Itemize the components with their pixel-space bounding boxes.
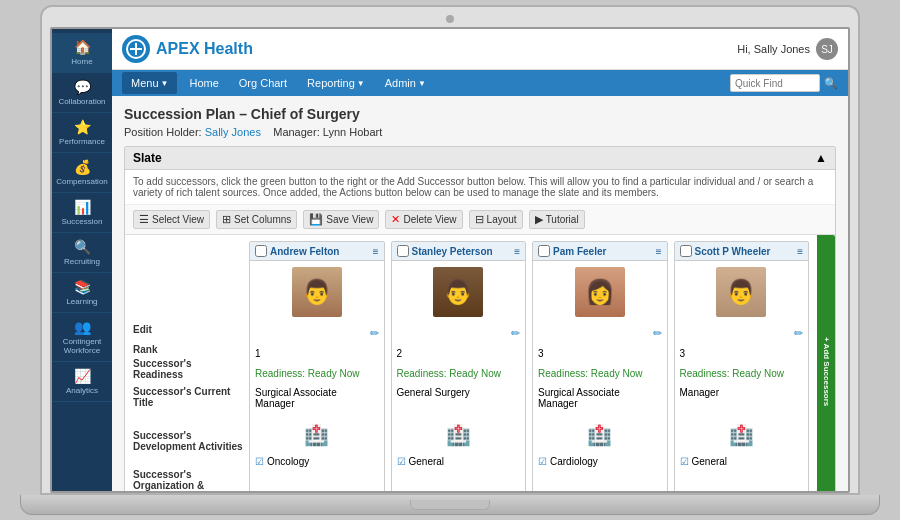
candidate-col-1: Stanley Peterson ≡ 👨 ✏ 2 Readiness: Read… xyxy=(391,241,527,491)
edit-icon-0[interactable]: ✏ xyxy=(370,327,379,340)
readiness-value-0: Readiness: Ready Now xyxy=(255,368,360,379)
row-label-org: Successor's Organization & Hierarchy xyxy=(133,469,243,492)
sidebar-item-compensation[interactable]: 💰 Compensation xyxy=(52,153,112,193)
row-label-rank: Rank xyxy=(133,344,157,355)
tutorial-label: Tutorial xyxy=(546,214,579,225)
candidate-options-icon-2[interactable]: ≡ xyxy=(656,246,662,257)
delete-view-button[interactable]: ✕ Delete View xyxy=(385,210,462,229)
select-view-icon: ☰ xyxy=(139,213,149,226)
candidate-checkbox-1[interactable] xyxy=(397,245,409,257)
compensation-icon: 💰 xyxy=(74,159,91,175)
candidate-options-icon-0[interactable]: ≡ xyxy=(373,246,379,257)
delete-view-icon: ✕ xyxy=(391,213,400,226)
main-content: APEX Health Hi, Sally Jones SJ Menu ▼ xyxy=(112,29,848,491)
sidebar-label-home: Home xyxy=(71,57,92,66)
rank-value-0: 1 xyxy=(255,348,261,359)
org-check-icon-0: ☑ xyxy=(255,456,264,467)
candidate-edit-1: ✏ xyxy=(392,323,526,343)
manager-label: Manager: xyxy=(273,126,319,138)
candidate-org-0: ☑ Oncology xyxy=(250,451,384,471)
candidate-options-icon-3[interactable]: ≡ xyxy=(797,246,803,257)
row-label-devact: Successor's Development Activities xyxy=(133,430,243,452)
sidebar-item-learning[interactable]: 📚 Learning xyxy=(52,273,112,313)
candidate-name-2: Pam Feeler xyxy=(550,246,656,257)
nav-orgchart[interactable]: Org Chart xyxy=(231,73,295,93)
layout-button[interactable]: ⊟ Layout xyxy=(469,210,523,229)
rank-value-1: 2 xyxy=(397,348,403,359)
candidate-options-icon-1[interactable]: ≡ xyxy=(514,246,520,257)
candidate-readiness-2: Readiness: Ready Now xyxy=(533,363,667,383)
candidate-devact-3: 🏥 xyxy=(675,419,809,451)
candidate-rank-2: 3 xyxy=(533,343,667,363)
recruiting-icon: 🔍 xyxy=(74,239,91,255)
position-holder-link[interactable]: Sally Jones xyxy=(205,126,261,138)
candidate-title-1: General Surgery xyxy=(392,383,526,419)
performance-icon: ⭐ xyxy=(74,119,91,135)
sidebar-item-performance[interactable]: ⭐ Performance xyxy=(52,113,112,153)
candidate-title-0: Surgical Associate Manager xyxy=(250,383,384,419)
menu-caret-icon: ▼ xyxy=(161,79,169,88)
menu-button[interactable]: Menu ▼ xyxy=(122,72,177,94)
title-value-3: Manager xyxy=(680,387,719,398)
nav-home[interactable]: Home xyxy=(181,73,226,93)
readiness-value-3: Readiness: Ready Now xyxy=(680,368,785,379)
candidate-photo-1: 👨 xyxy=(392,261,526,323)
contingent-icon: 👥 xyxy=(74,319,91,335)
laptop-base xyxy=(20,495,880,515)
save-view-button[interactable]: 💾 Save View xyxy=(303,210,379,229)
row-label-edit: Edit xyxy=(133,324,152,335)
candidate-checkbox-3[interactable] xyxy=(680,245,692,257)
sidebar-item-home[interactable]: 🏠 Home xyxy=(52,33,112,73)
candidate-readiness-3: Readiness: Ready Now xyxy=(675,363,809,383)
select-view-button[interactable]: ☰ Select View xyxy=(133,210,210,229)
candidate-org-3: ☑ General xyxy=(675,451,809,471)
laptop-camera xyxy=(446,15,454,23)
select-view-label: Select View xyxy=(152,214,204,225)
delete-view-label: Delete View xyxy=(403,214,456,225)
candidates-area: Andrew Felton ≡ 👨 ✏ 1 Readiness: Ready N… xyxy=(249,241,809,491)
row-label-title: Successor's Current Title xyxy=(133,386,243,408)
readiness-value-2: Readiness: Ready Now xyxy=(538,368,643,379)
add-successors-button[interactable]: + Add Successors xyxy=(817,235,835,491)
save-view-label: Save View xyxy=(326,214,373,225)
candidate-checkbox-0[interactable] xyxy=(255,245,267,257)
collaboration-icon: 💬 xyxy=(74,79,91,95)
quick-find-input[interactable] xyxy=(730,74,820,92)
org-value-1: General xyxy=(409,456,445,467)
sidebar-item-recruiting[interactable]: 🔍 Recruiting xyxy=(52,233,112,273)
search-icon[interactable]: 🔍 xyxy=(824,77,838,90)
candidate-name-1: Stanley Peterson xyxy=(409,246,515,257)
sidebar-item-contingent[interactable]: 👥 Contingent Workforce xyxy=(52,313,112,362)
sidebar-label-contingent: Contingent Workforce xyxy=(54,337,110,355)
set-columns-icon: ⊞ xyxy=(222,213,231,226)
sidebar-label-learning: Learning xyxy=(66,297,97,306)
candidate-edit-0: ✏ xyxy=(250,323,384,343)
sidebar-label-compensation: Compensation xyxy=(56,177,108,186)
edit-icon-2[interactable]: ✏ xyxy=(653,327,662,340)
menu-label: Menu xyxy=(131,77,159,89)
candidate-name-0: Andrew Felton xyxy=(267,246,373,257)
candidate-readiness-0: Readiness: Ready Now xyxy=(250,363,384,383)
candidate-checkbox-2[interactable] xyxy=(538,245,550,257)
org-check-icon-3: ☑ xyxy=(680,456,689,467)
edit-icon-3[interactable]: ✏ xyxy=(794,327,803,340)
sidebar-item-analytics[interactable]: 📈 Analytics xyxy=(52,362,112,402)
set-columns-button[interactable]: ⊞ Set Columns xyxy=(216,210,297,229)
home-icon: 🏠 xyxy=(74,39,91,55)
logo-icon xyxy=(122,35,150,63)
user-greeting: Hi, Sally Jones xyxy=(737,43,810,55)
sidebar-label-recruiting: Recruiting xyxy=(64,257,100,266)
edit-icon-1[interactable]: ✏ xyxy=(511,327,520,340)
tutorial-button[interactable]: ▶ Tutorial xyxy=(529,210,585,229)
candidate-photo-3: 👨 xyxy=(675,261,809,323)
org-value-2: Cardiology xyxy=(550,456,598,467)
sidebar-item-collaboration[interactable]: 💬 Collaboration xyxy=(52,73,112,113)
nav-reporting[interactable]: Reporting ▼ xyxy=(299,73,373,93)
title-value-0: Surgical Associate Manager xyxy=(255,387,379,409)
collapse-icon[interactable]: ▲ xyxy=(815,151,827,165)
laptop-notch xyxy=(410,500,490,510)
nav-admin[interactable]: Admin ▼ xyxy=(377,73,434,93)
sidebar-item-succession[interactable]: 📊 Succession xyxy=(52,193,112,233)
row-label-readiness: Successor's Readiness xyxy=(133,358,243,380)
title-value-2: Surgical Associate Manager xyxy=(538,387,662,409)
